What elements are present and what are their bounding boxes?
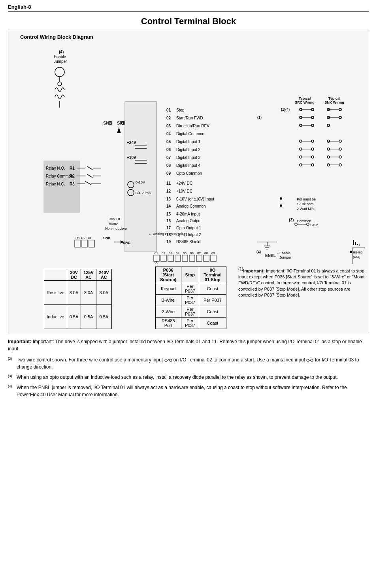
svg-text:0-10V: 0-10V [136,180,145,184]
svg-text:Direction/Run REV: Direction/Run REV [176,124,209,128]
svg-text:(1): (1) [155,260,158,264]
current-ratings-table: 30V DC 125V AC 240V AC Resistive 3.0A 3.… [44,269,112,329]
io-col-stop: Stop [181,267,199,283]
svg-text:SRC Wiring: SRC Wiring [295,100,314,104]
svg-text:ENBL: ENBL [265,253,276,258]
svg-text:03: 03 [169,251,172,255]
svg-point-205 [307,359,309,361]
svg-text:Enable: Enable [54,55,66,59]
svg-text:RS485 Shield: RS485 Shield [176,240,200,244]
svg-text:15: 15 [166,212,171,216]
svg-text:09: 09 [166,171,171,176]
svg-text:Analog Common: Analog Common [176,204,205,208]
svg-text:+10V: +10V [127,155,136,160]
svg-text:08: 08 [204,251,208,255]
svg-text:SNK Wiring: SNK Wiring [324,100,344,104]
svg-text:09: 09 [211,251,215,255]
note3-text: When using an opto output with an induct… [17,374,369,381]
svg-text:Relay Common: Relay Common [46,174,73,178]
svg-text:30V DC: 30V DC [109,217,122,221]
svg-text:R2: R2 [70,174,75,178]
svg-text:03: 03 [166,124,171,128]
svg-text:SRC: SRC [123,241,131,245]
svg-text:Stop: Stop [176,108,185,112]
svg-text:Non-inductive: Non-inductive [105,227,127,231]
svg-text:0/4-20mA: 0/4-20mA [136,191,151,195]
col-240vac: 240V AC [96,269,111,281]
svg-text:Typical: Typical [299,96,311,100]
svg-point-201 [165,359,167,361]
svg-text:Pot must be: Pot must be [297,197,316,201]
svg-rect-199 [357,244,358,245]
svg-text:Relay N.C.: Relay N.C. [46,182,65,186]
svg-text:Opto Common: Opto Common [176,171,202,176]
svg-point-126 [280,204,282,207]
svg-text:14: 14 [166,204,171,208]
svg-text:1: 1 [358,243,360,246]
table-row: Resistive 3.0A 3.0A 3.0A [44,281,112,305]
io-col-terminal: I/O Terminal 01 Stop [199,267,226,283]
page-title: Control Terminal Block [8,16,369,26]
io-col-source: P036 [Start Source] [155,267,181,283]
note-2: (2) Two wire control shown. For three wi… [8,356,369,371]
svg-text:05: 05 [183,251,187,255]
svg-text:←: ← [276,251,279,255]
svg-text:SNK: SNK [103,236,111,240]
svg-text:+10V DC: +10V DC [176,189,192,193]
note3-num: (3) [8,374,17,380]
svg-text:01: 01 [155,251,158,255]
svg-text:07: 07 [166,155,171,160]
important-main-note: Important: Important: The drive is shipp… [8,338,369,352]
header-label: English-8 [8,4,31,10]
svg-text:02: 02 [166,116,171,120]
svg-text:50mA: 50mA [109,222,119,226]
svg-text:R3: R3 [70,182,75,186]
svg-rect-0 [12,42,365,264]
svg-text:Analog Output: Analog Output [176,219,202,223]
svg-text:+24V DC: +24V DC [176,181,192,185]
svg-text:R1: R1 [70,166,75,170]
svg-text:04: 04 [176,251,179,255]
note2-num: (2) [8,356,17,363]
table-row: 3-Wire Per P037 Per P037 [155,295,226,306]
diagram-container: Control Wiring Block Diagram (4) Enable … [8,30,369,333]
svg-text:19: 19 [166,240,171,244]
svg-text:Typical: Typical [328,96,340,100]
svg-text:Enable: Enable [279,251,290,255]
svg-text:01: 01 [166,108,171,112]
note4-num: (4) [8,384,17,391]
section-title: Control Wiring Block Diagram [20,34,365,40]
note-4: (4) When the ENBL jumper is removed, I/O… [8,384,369,398]
svg-text:02: 02 [162,251,165,255]
svg-text:Digital Input 3: Digital Input 3 [176,155,201,160]
wiring-diagram: (4) Enable Jumper SNK SRC [12,42,365,265]
svg-text:18: 18 [166,233,171,237]
page-header: English-8 [8,4,369,12]
svg-text:06: 06 [166,147,171,152]
svg-text:06: 06 [190,251,194,255]
table-row: Keypad Per P037 Coast [155,283,226,295]
svg-text:(4): (4) [256,250,261,254]
svg-text:(DSI): (DSI) [353,255,360,259]
svg-text:11: 11 [166,181,171,185]
svg-text:12: 12 [166,189,171,193]
svg-text:Digital Input 4: Digital Input 4 [176,163,201,168]
svg-point-196 [350,251,352,253]
table-row: Inductive 0.5A 0.5A 0.5A [44,305,112,329]
svg-text:Start/Run FWD: Start/Run FWD [176,116,203,120]
svg-text:05: 05 [166,140,171,144]
note-3: (3) When using an opto output with an in… [8,374,369,381]
svg-text:+24V: +24V [127,140,136,145]
important-main-text: Important: The drive is shipped with a j… [8,339,362,352]
svg-text:(3): (3) [289,218,294,222]
svg-text:RS485: RS485 [353,251,363,254]
svg-text:Opto Output 1: Opto Output 1 [176,226,201,230]
svg-text:08: 08 [166,163,171,168]
table-row: RS485 Port Per P037 Coast [155,318,226,329]
col-125vac: 125V AC [81,269,96,281]
svg-text:07: 07 [197,251,201,255]
svg-text:Common: Common [297,219,311,223]
svg-text:(1)(4): (1)(4) [281,108,290,112]
lower-diagram-area: 30V DC 125V AC 240V AC Resistive 3.0A 3.… [44,267,365,329]
svg-text:04: 04 [166,132,171,136]
